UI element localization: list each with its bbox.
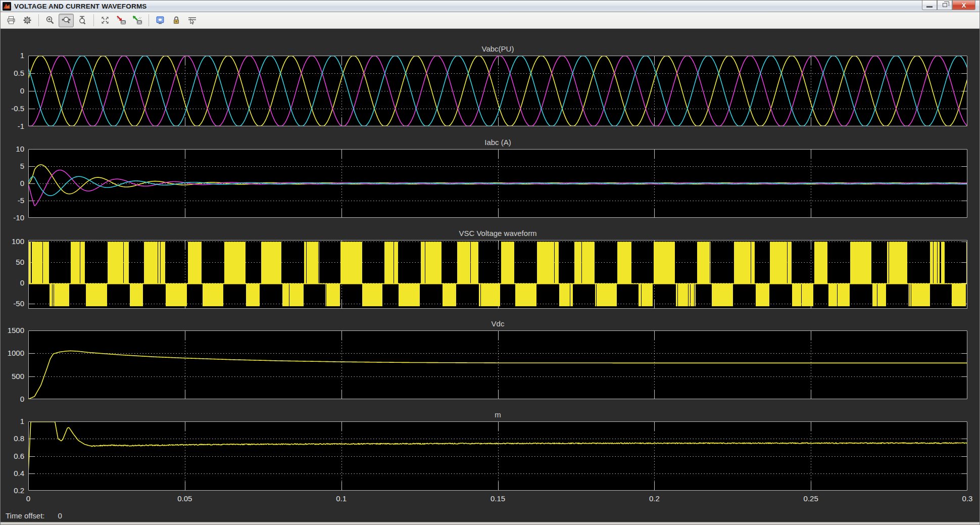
x-tick-label: 0 [26,494,30,503]
zoom-icon [45,16,55,25]
y-tick-label: 0.8 [1,434,24,443]
modulation-index-waveform-plot[interactable] [28,421,967,491]
y-tick-label: 1 [1,417,24,426]
floating-scope-button[interactable] [153,14,168,27]
x-tick-label: 0.2 [649,494,660,503]
matlab-logo-icon [3,2,11,11]
save-axes-icon [116,16,126,25]
close-button[interactable]: X [952,1,975,10]
y-tick-label: -0.5 [1,104,24,113]
y-tick-label: 1500 [1,326,24,335]
title-bar: VOLTAGE AND CURRENT WAVEFORMS X [1,1,979,12]
restore-icon [943,3,947,7]
window-bottom-border [1,522,979,524]
y-tick-label: 0 [1,179,24,188]
plot-iabc: Iabc (A) 1050-5-10 [1,138,979,218]
zoom-x-button[interactable] [59,14,74,27]
toolbar [1,12,979,29]
y-tick-label: 0.5 [1,69,24,78]
autoscale-icon [101,16,110,25]
plot-title-vabc: Vabc(PU) [28,44,967,55]
plot-vabc: Vabc(PU) 10.50-0.5-1 [1,44,979,126]
plot-m: m 10.80.60.40.2 [1,410,979,491]
print-button[interactable] [4,14,19,27]
time-offset-label: Time offset: [6,511,45,520]
y-tick-label: 500 [1,372,24,381]
gear-icon [23,16,32,25]
vabc-waveform-plot[interactable] [28,56,967,126]
y-tick-label: 5 [1,162,24,171]
y-tick-label: -1 [1,122,24,131]
signal-selection-icon [187,16,198,25]
y-tick-label: -5 [1,196,24,205]
y-tick-label: 0.4 [1,469,24,478]
toolbar-separator [93,14,94,26]
y-tick-label: 100 [1,237,24,246]
minimize-icon [926,6,933,8]
close-icon: X [962,2,966,9]
scope-window: VOLTAGE AND CURRENT WAVEFORMS X [0,0,980,525]
zoom-y-icon [78,16,87,25]
toolbar-separator [149,14,149,26]
plot-title-vdc: Vdc [28,319,967,329]
vdc-waveform-plot[interactable] [28,330,967,399]
time-offset-readout: Time offset:0 [6,511,62,520]
toolbar-separator [38,14,39,26]
y-tick-label: 1 [1,51,24,60]
time-offset-value: 0 [58,511,62,520]
y-tick-label: -50 [1,299,24,308]
minimize-button[interactable] [922,1,937,10]
lock-icon [172,16,181,25]
vsc-voltage-waveform-plot[interactable] [28,240,967,309]
zoom-button[interactable] [42,14,58,27]
y-tick-label: 0.6 [1,452,24,461]
y-tick-label: 10 [1,145,24,154]
iabc-waveform-plot[interactable] [28,149,967,218]
plot-vdc: Vdc 150010005000 [1,319,979,399]
floating-scope-icon [156,16,165,25]
x-axis-tick-labels: 00.050.10.150.20.250.3 [28,494,967,504]
x-tick-label: 0.05 [177,494,192,503]
plot-title-iabc: Iabc (A) [28,138,967,148]
plot-vsc-voltage: VSC Voltage waveform 100500-50 [1,229,979,309]
x-tick-label: 0.15 [491,494,505,503]
window-title: VOLTAGE AND CURRENT WAVEFORMS [14,3,147,10]
autoscale-button[interactable] [97,14,113,27]
y-tick-label: -10 [1,213,24,222]
plot-title-vsc: VSC Voltage waveform [28,229,967,239]
x-tick-label: 0.25 [804,494,818,503]
printer-icon [7,16,16,25]
y-tick-label: 50 [1,258,24,267]
signal-selection-button[interactable] [185,14,200,27]
y-tick-label: 0 [1,86,24,96]
restore-button[interactable] [937,1,952,10]
zoom-x-icon [61,16,71,25]
x-tick-label: 0.1 [336,494,347,503]
restore-axes-settings-button[interactable] [130,14,145,27]
restore-axes-icon [132,16,142,25]
y-tick-label: 1000 [1,349,24,358]
save-axes-settings-button[interactable] [114,14,129,27]
y-tick-label: 0 [1,395,24,404]
y-tick-label: 0 [1,278,24,288]
y-tick-label: 0.2 [1,486,24,495]
parameters-button[interactable] [20,14,35,27]
lock-axes-button[interactable] [169,14,184,27]
x-tick-label: 0.3 [962,494,973,503]
plot-title-m: m [28,410,967,420]
zoom-y-button[interactable] [75,14,90,27]
scope-canvas-area: Vabc(PU) 10.50-0.5-1 Iabc (A) 1050-5-10 … [1,29,979,524]
